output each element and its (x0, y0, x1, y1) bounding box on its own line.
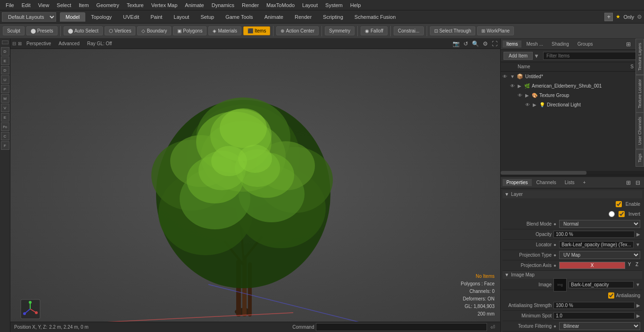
tree-item-untitled[interactable]: 👁 ▼ 📦 Untitled* (501, 72, 644, 81)
sculpt-button[interactable]: Sculpt (3, 26, 25, 35)
texture-layers-tab[interactable]: Texture Layers (636, 39, 644, 75)
menu-view[interactable]: View (34, 1, 53, 9)
menu-help[interactable]: Help (347, 1, 365, 9)
ray-gl-button[interactable]: Ray GL: Off (84, 40, 115, 47)
tab-render[interactable]: Render (289, 12, 317, 22)
tags-tab[interactable]: Tags (636, 149, 644, 167)
symmetry-button[interactable]: Symmetry (325, 26, 355, 35)
menu-animate[interactable]: Animate (181, 1, 207, 9)
image-name-input[interactable] (569, 281, 634, 288)
settings2-icon[interactable]: ⚙ (482, 40, 489, 48)
antialiasing-checkbox[interactable] (608, 292, 614, 299)
blend-mode-select[interactable]: Normal (559, 220, 640, 228)
expand-icon-2[interactable]: ▶ (525, 93, 531, 98)
add-tab-button[interactable]: + (579, 179, 589, 186)
command-submit-button[interactable]: ⏎ (489, 324, 496, 331)
shading-tab[interactable]: Shading (548, 40, 573, 48)
polygons-button[interactable]: ▣ Polygons (173, 26, 206, 35)
axis-x-input[interactable] (559, 262, 625, 269)
menu-file[interactable]: File (2, 1, 18, 9)
locator-input[interactable] (559, 241, 634, 248)
left-tool-m[interactable]: M (1, 94, 9, 103)
opacity-expand-icon[interactable]: ▶ (636, 232, 640, 237)
tree-item-elderberry[interactable]: 👁 ▶ 🌿 American_Elderberry_Shrub_001 (501, 81, 644, 90)
left-tool-1[interactable] (2, 40, 8, 44)
falloff-button[interactable]: ◉ Falloff (361, 26, 388, 35)
tree-item-texture-group[interactable]: 👁 ▶ 🎨 Texture Group (501, 90, 644, 100)
antialias-expand-icon[interactable]: ▶ (636, 303, 640, 308)
menu-maxtomodo[interactable]: MaxToModo (263, 1, 298, 9)
properties-tab[interactable]: Properties (503, 179, 532, 186)
items-scrollbar[interactable] (501, 171, 644, 175)
command-input[interactable] (316, 323, 487, 331)
left-tool-p[interactable]: P (1, 85, 9, 93)
left-tool-c[interactable]: C (1, 132, 9, 140)
add-item-button[interactable]: Add Item (504, 52, 533, 60)
channels-tab[interactable]: Channels (533, 179, 560, 186)
tree-item-dir-light[interactable]: 👁 ▶ 💡 Directional Light (501, 100, 644, 109)
menu-geometry[interactable]: Geometry (92, 1, 123, 9)
tab-game-tools[interactable]: Game Tools (220, 12, 259, 22)
antialias-strength-input[interactable] (553, 302, 635, 309)
settings-icon[interactable]: ⚙ (637, 14, 642, 20)
vertices-button[interactable]: ⬡ Vertices (105, 26, 136, 35)
groups-tab[interactable]: Groups (574, 40, 597, 48)
enable-checkbox[interactable] (616, 201, 622, 207)
menu-texture[interactable]: Texture (123, 1, 148, 9)
presets-button[interactable]: ⬤ Presets (26, 26, 58, 35)
tab-schematic[interactable]: Schematic Fusion (349, 12, 401, 22)
eye-icon-0[interactable]: 👁 (503, 74, 509, 79)
add-layout-button[interactable]: + (604, 13, 613, 21)
menu-system[interactable]: System (322, 1, 347, 9)
invert-checkbox[interactable] (619, 211, 625, 217)
perspective-button[interactable]: Perspective (24, 40, 54, 47)
tab-setup[interactable]: Setup (195, 12, 220, 22)
refresh-icon[interactable]: ↺ (462, 40, 469, 48)
tab-model[interactable]: Model (60, 12, 85, 22)
user-channels-tab[interactable]: User Channels (636, 113, 644, 149)
texture-filtering-select[interactable]: Bilinear (559, 322, 640, 330)
invert-radio[interactable] (609, 211, 615, 217)
layout-selector[interactable]: Default Layouts (2, 12, 56, 22)
materials-button[interactable]: ◈ Materials (208, 26, 241, 35)
add-item-arrow[interactable]: ▼ (534, 53, 539, 59)
projection-type-select[interactable]: UV Map (559, 251, 640, 259)
image-select-icon[interactable]: ▼ (636, 282, 640, 287)
layer-section-header[interactable]: ▼ Layer (503, 190, 642, 198)
select-through-button[interactable]: ⊡ Select Through (430, 26, 476, 35)
work-plane-button[interactable]: ⊞ WorkPlane (477, 26, 514, 35)
image-map-section-header[interactable]: ▼ Image Map (503, 271, 642, 279)
texture-locator-tab[interactable]: Texture Locator (636, 75, 644, 113)
expand-icon[interactable]: ⊟ (12, 41, 16, 46)
locator-expand-icon[interactable]: ▼ (636, 242, 640, 247)
collapse-props-icon[interactable]: ⊟ (634, 178, 642, 187)
eye-icon-2[interactable]: 👁 (518, 93, 524, 98)
left-tool-u[interactable]: U (1, 75, 9, 84)
eye-icon-3[interactable]: 👁 (525, 102, 532, 107)
3d-viewport[interactable]: No Items Polygons : Face Channels: 0 Def… (10, 49, 500, 322)
fullscreen-icon[interactable]: ⛶ (491, 40, 498, 48)
action-center-button[interactable]: ⊕ Action Center (276, 26, 319, 35)
eye-icon-1[interactable]: 👁 (510, 83, 517, 89)
tab-animate[interactable]: Animate (259, 12, 289, 22)
items-button[interactable]: ⬛ Items (243, 26, 270, 35)
menu-layout[interactable]: Layout (298, 1, 322, 9)
left-tool-pol[interactable]: Po (1, 122, 9, 131)
left-tool-e2[interactable]: E (1, 113, 9, 121)
boundary-button[interactable]: ◇ Boundary (137, 26, 171, 35)
menu-edit[interactable]: Edit (18, 1, 34, 9)
tab-layout[interactable]: Layout (168, 12, 195, 22)
menu-vertex-map[interactable]: Vertex Map (148, 1, 182, 9)
tab-uvedit[interactable]: UVEdit (117, 12, 145, 22)
filter-items-input[interactable] (543, 52, 641, 60)
menu-item[interactable]: Item (75, 1, 92, 9)
tab-paint[interactable]: Paint (145, 12, 168, 22)
min-spot-expand-icon[interactable]: ▶ (636, 313, 640, 318)
left-tool-3[interactable]: E (1, 57, 9, 65)
left-tool-2[interactable]: D (1, 47, 9, 56)
auto-select-button[interactable]: ⬤ Auto Select (64, 26, 103, 35)
menu-dynamics[interactable]: Dynamics (208, 1, 238, 9)
expand-props-icon[interactable]: ⊞ (624, 178, 633, 187)
expand-panel-icon[interactable]: ⊞ (624, 40, 633, 49)
min-spot-input[interactable] (553, 312, 635, 319)
